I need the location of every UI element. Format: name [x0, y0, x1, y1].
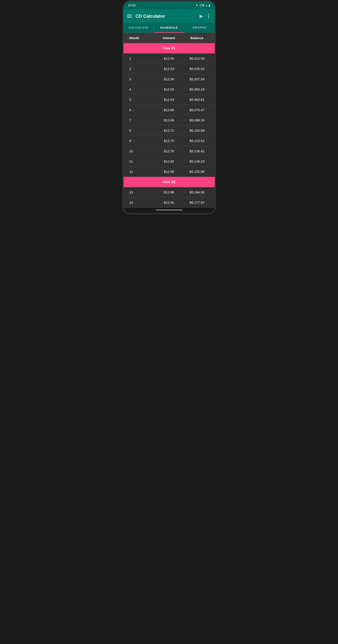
send-icon[interactable]: ▶ — [200, 13, 203, 19]
table-row: 6 $12.66 $5,075.47 — [124, 105, 215, 115]
interest-cell: $12.50 — [155, 56, 183, 60]
month-cell: 1 — [127, 56, 155, 60]
year-1-header: Year #1 — [124, 43, 215, 54]
table-row: 7 $12.69 $5,088.16 — [124, 115, 215, 126]
tab-bar: CALCULATE SCHEDULE GRAPHS — [124, 23, 215, 33]
table-row: 11 $12.82 $5,139.23 — [124, 156, 215, 166]
table-row: 10 $12.78 $5,126.42 — [124, 146, 215, 156]
table-row: 3 $12.56 $5,037.59 — [124, 74, 215, 84]
app-bar-actions: ▶ ⋮ — [200, 13, 211, 19]
year-2-header: Year #2 — [124, 177, 215, 187]
table-row: 5 $12.63 $5,062.81 — [124, 94, 215, 105]
wifi-icon: ▼ — [196, 4, 198, 7]
signal-icon: ▴ — [206, 4, 207, 7]
balance-cell: $5,012.50 — [183, 56, 211, 60]
tab-schedule[interactable]: SCHEDULE — [154, 23, 184, 32]
table-row: 14 $12.91 $5,177.87 — [124, 198, 215, 208]
menu-icon[interactable] — [127, 14, 132, 18]
table-row: 9 $12.75 $5,113.63 — [124, 136, 215, 146]
status-icons: ▼ LTE ▴ ▮ — [196, 4, 210, 7]
schedule-table: Month Interest Balance Year #1 1 $12.50 … — [124, 33, 215, 208]
table-header: Month Interest Balance — [124, 33, 215, 43]
home-indicator — [156, 210, 183, 210]
app-bar: CD Calculator ▶ ⋮ — [124, 10, 215, 23]
lte-label: LTE — [200, 4, 205, 7]
tab-graphs[interactable]: GRAPHS — [184, 23, 214, 32]
table-row: 8 $12.72 $5,100.88 — [124, 126, 215, 136]
status-time: 10:00 — [128, 4, 136, 7]
table-row: 13 $12.88 $5,164.96 — [124, 187, 215, 198]
battery-icon: ▮ — [209, 4, 210, 7]
status-bar: 10:00 ▼ LTE ▴ ▮ — [124, 1, 215, 10]
table-row: 4 $12.59 $5,050.19 — [124, 84, 215, 94]
table-row: 2 $12.53 $5,025.03 — [124, 64, 215, 74]
table-row: 12 $12.85 $5,152.08 — [124, 166, 215, 177]
col-header-balance: Balance — [183, 36, 211, 40]
phone-frame: 10:00 ▼ LTE ▴ ▮ CD Calculator ▶ ⋮ CALCUL… — [122, 0, 216, 214]
col-header-month: Month — [127, 36, 155, 40]
col-header-interest: Interest — [155, 36, 183, 40]
tab-calculate[interactable]: CALCULATE — [124, 23, 154, 32]
more-options-icon[interactable]: ⋮ — [206, 13, 211, 19]
app-title: CD Calculator — [136, 14, 196, 19]
bottom-bar — [124, 208, 215, 213]
table-row: 1 $12.50 $5,012.50 — [124, 54, 215, 64]
